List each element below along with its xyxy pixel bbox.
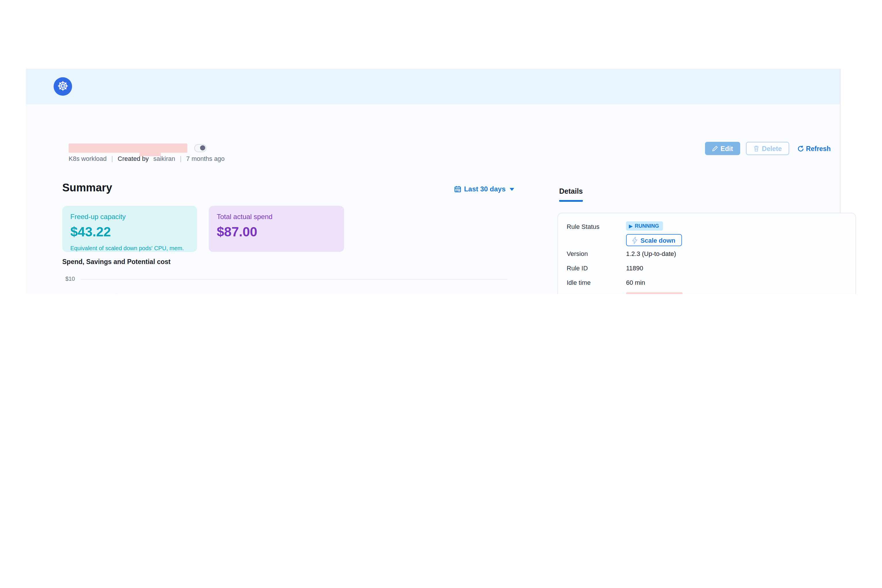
lightning-icon xyxy=(632,237,638,243)
rule-id-value: 11890 xyxy=(626,265,644,272)
created-by-label: Created by xyxy=(118,155,149,162)
version-label: Version xyxy=(567,250,588,257)
date-range-label: Last 30 days xyxy=(464,185,506,193)
refresh-button[interactable]: Refresh xyxy=(795,145,833,152)
edit-button[interactable]: Edit xyxy=(705,142,740,155)
toggle-knob xyxy=(200,145,205,150)
service-managed-label: Service managed xyxy=(567,293,616,294)
idle-time-label: Idle time xyxy=(567,279,591,286)
play-icon: ▶ xyxy=(629,224,632,229)
freed-capacity-card: Freed-up capacity $43.22 Equivalent of s… xyxy=(62,206,197,252)
delete-button[interactable]: Delete xyxy=(746,142,789,155)
details-card: Rule Status ▶ RUNNING Scale down Version… xyxy=(558,213,856,294)
freed-capacity-label: Freed-up capacity xyxy=(70,213,189,221)
trash-icon xyxy=(753,145,759,152)
page: ☸ K8s workload | Created by saikiran | 7… xyxy=(0,0,882,294)
freed-capacity-subtext: Equivalent of scaled down pods' CPU, mem… xyxy=(70,245,189,251)
refresh-icon xyxy=(797,145,804,152)
total-spend-label: Total actual spend xyxy=(217,213,336,221)
k8s-workload-icon: ☸ xyxy=(54,77,72,96)
idle-time-value: 60 min xyxy=(626,279,645,286)
y-tick-10: $10 xyxy=(58,276,75,282)
meta-divider: | xyxy=(111,154,113,163)
meta-divider: | xyxy=(180,154,182,163)
header-actions: Edit Delete Refresh xyxy=(705,142,833,155)
potential-cost-line xyxy=(81,279,507,294)
pencil-icon xyxy=(712,146,718,152)
chart-title: Spend, Savings and Potential cost xyxy=(62,258,171,265)
workload-enabled-toggle[interactable] xyxy=(194,144,206,152)
status-badge: ▶ RUNNING xyxy=(626,221,663,231)
workload-meta: K8s workload | Created by saikiran | 7 m… xyxy=(69,154,225,163)
total-spend-value: $87.00 xyxy=(217,224,336,240)
freed-capacity-value: $43.22 xyxy=(70,224,189,240)
created-by-user[interactable]: saikiran xyxy=(153,155,175,162)
summary-title: Summary xyxy=(62,182,112,194)
scale-down-button[interactable]: Scale down xyxy=(626,234,682,246)
workload-type-label: K8s workload xyxy=(69,155,106,162)
service-managed-redacted xyxy=(626,292,682,294)
app-window: ☸ K8s workload | Created by saikiran | 7… xyxy=(26,69,840,294)
header xyxy=(26,69,840,104)
calendar-icon xyxy=(454,186,461,192)
total-spend-card: Total actual spend $87.00 xyxy=(208,206,344,252)
rule-status-label: Rule Status xyxy=(567,223,600,230)
date-range-selector[interactable]: Last 30 days xyxy=(454,185,514,193)
created-when: 7 months ago xyxy=(186,155,225,162)
chevron-down-icon xyxy=(510,188,514,190)
rule-id-label: Rule ID xyxy=(567,265,588,272)
version-value: 1.2.3 (Up-to-date) xyxy=(626,250,676,257)
tab-details[interactable]: Details xyxy=(559,188,583,202)
spend-savings-chart: 6/36/56/76/96/116/136/156/176/196/216/23… xyxy=(81,279,507,294)
workload-title-redacted xyxy=(69,144,188,153)
